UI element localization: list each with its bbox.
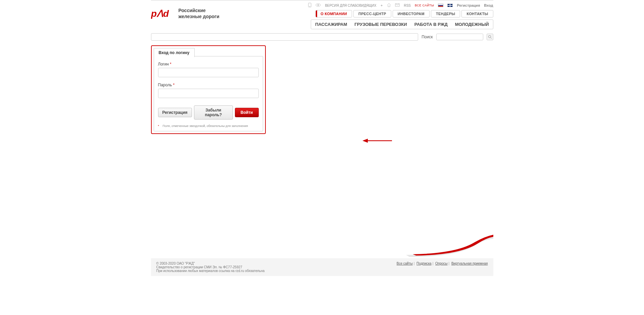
nav-secondary: ПАССАЖИРАМ ГРУЗОВЫЕ ПЕРЕВОЗКИ РАБОТА В Р…	[311, 19, 493, 29]
tab-company[interactable]: О КОМПАНИИ	[315, 10, 352, 17]
login-input[interactable]	[158, 68, 259, 77]
nav2-jobs[interactable]: РАБОТА В РЖД	[414, 22, 448, 27]
logo-line2: железные дороги	[179, 13, 219, 19]
svg-marker-9	[362, 139, 368, 143]
all-sites-link[interactable]: ВСЕ САЙТЫ	[415, 4, 434, 7]
flag-ru-icon[interactable]	[438, 4, 443, 7]
footer: © 2003-2020 ОАО "РЖД" Свидетельство о ре…	[151, 258, 493, 276]
svg-point-2	[309, 6, 310, 7]
search-label: Поиск	[422, 35, 433, 39]
login-panel: Вход по логину Логин * Пароль * Регистра…	[151, 45, 266, 134]
password-input[interactable]	[158, 89, 259, 98]
search-input[interactable]	[436, 34, 483, 40]
footer-copyright: © 2003-2020 ОАО "РЖД"	[156, 262, 265, 265]
tab-tenders[interactable]: ТЕНДЕРЫ	[431, 10, 460, 17]
nav-primary: О КОМПАНИИ ПРЕСС-ЦЕНТР ИНВЕСТОРАМ ТЕНДЕР…	[315, 10, 493, 17]
footer-link-surveys[interactable]: Опросы	[435, 262, 448, 265]
required-footnote: * Поля, отмеченные звездочкой, обязатель…	[158, 124, 259, 128]
nav2-youth[interactable]: МОЛОДЕЖНЫЙ	[455, 22, 489, 27]
footer-link-subscribe[interactable]: Подписка	[416, 262, 432, 265]
nav2-passengers[interactable]: ПАССАЖИРАМ	[315, 22, 347, 27]
password-label: Пароль *	[158, 83, 259, 87]
visually-impaired-link[interactable]: ВЕРСИЯ ДЛЯ СЛАБОВИДЯЩИХ	[325, 4, 376, 7]
tab-press[interactable]: ПРЕСС-ЦЕНТР	[353, 10, 391, 17]
tab-investors[interactable]: ИНВЕСТОРАМ	[393, 10, 430, 17]
svg-point-4	[317, 4, 319, 6]
register-link[interactable]: Регистрация	[457, 3, 480, 7]
footer-attribution: При использовании любых материалов ссылк…	[156, 269, 265, 273]
nav2-cargo[interactable]: ГРУЗОВЫЕ ПЕРЕВОЗКИ	[354, 22, 407, 27]
eye-icon[interactable]	[315, 3, 321, 7]
svg-line-7	[491, 38, 492, 39]
mobile-icon[interactable]	[308, 3, 311, 8]
logo-mark: pɅd	[151, 7, 176, 19]
sparkle-icon[interactable]: ✦	[380, 4, 383, 7]
home-icon[interactable]	[387, 3, 391, 8]
footer-cert: Свидетельство о регистрации СМИ Эл. № ФС…	[156, 265, 265, 269]
submit-button[interactable]: Войти	[235, 108, 259, 117]
footer-swoosh-graphic	[151, 235, 493, 258]
top-links: ВЕРСИЯ ДЛЯ СЛАБОВИДЯЩИХ ✦ RSS ВСЕ САЙТЫ …	[308, 3, 493, 8]
flag-en-icon[interactable]	[447, 4, 453, 7]
tab-contacts[interactable]: КОНТАКТЫ	[461, 10, 493, 17]
footer-link-reception[interactable]: Виртуальная приемная	[451, 262, 488, 265]
login-tab[interactable]: Вход по логину	[154, 48, 195, 57]
search-button[interactable]	[487, 34, 493, 40]
breadcrumb-bar	[151, 33, 418, 41]
rss-link[interactable]: RSS	[404, 4, 411, 7]
register-button[interactable]: Регистрация	[158, 108, 192, 117]
logo-block[interactable]: pɅd Российские железные дороги	[151, 3, 219, 19]
mail-icon[interactable]	[395, 3, 400, 7]
annotation-arrow-icon	[362, 138, 393, 143]
svg-point-6	[488, 36, 491, 38]
svg-text:pɅd: pɅd	[151, 8, 169, 19]
forgot-password-button[interactable]: Забыли пароль?	[194, 105, 233, 120]
login-label: Логин *	[158, 62, 259, 66]
footer-link-allsites[interactable]: Все сайты	[397, 262, 413, 265]
logo-line1: Российские	[179, 7, 219, 13]
logo-text: Российские железные дороги	[179, 7, 219, 19]
footer-links: Все сайты| Подписка| Опросы| Виртуальная…	[397, 262, 488, 265]
login-link[interactable]: Вход	[484, 3, 493, 7]
search-icon	[488, 35, 492, 39]
